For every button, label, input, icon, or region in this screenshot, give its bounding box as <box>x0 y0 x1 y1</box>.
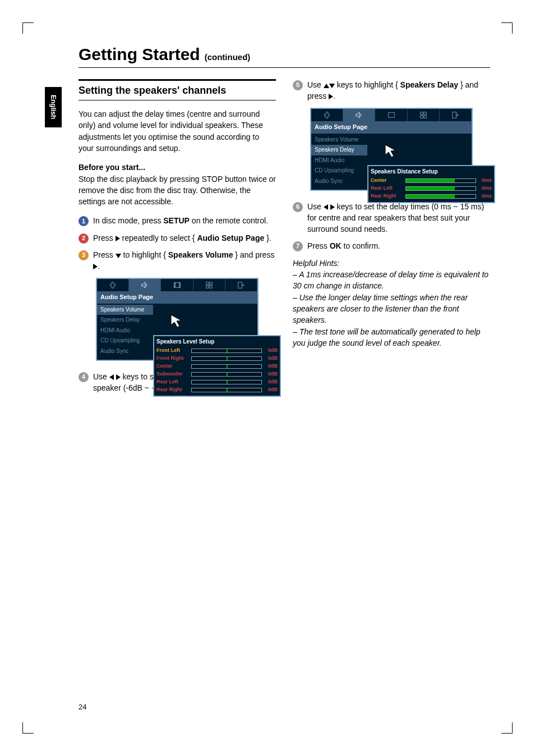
osd-menu-item: Audio Sync <box>97 346 153 357</box>
osd-menu-item: Audio Sync <box>311 176 367 187</box>
osd-tab-preference-icon <box>408 109 440 121</box>
section-heading-text: Setting the speakers' channels <box>79 83 276 98</box>
before-body: Stop the disc playback by pressing STOP … <box>79 175 276 207</box>
step-number-icon: 7 <box>293 241 303 251</box>
right-arrow-icon <box>93 264 98 269</box>
down-arrow-icon <box>116 254 121 258</box>
osd-popup-title: Speakers Distance Setup <box>371 168 492 176</box>
helpful-hints: Helpful Hints: – A 1ms increase/decrease… <box>293 258 490 349</box>
osd-tab-preference-icon <box>193 279 225 291</box>
osd-title: Audio Setup Page <box>311 121 472 134</box>
step-3: 3 Press to highlight { Speakers Volume }… <box>79 249 276 272</box>
osd-screenshot-volume: Audio Setup Page Speakers Volume Speaker… <box>96 278 259 361</box>
page-title-suffix: (continued) <box>205 52 251 62</box>
osd-menu-item: Speakers Delay <box>97 315 153 326</box>
cursor-arrow-icon <box>384 144 401 161</box>
svg-rect-2 <box>179 282 180 287</box>
hint-3: – The test tone will be automatically ge… <box>293 327 481 347</box>
before-you-start: Before you start... Stop the disc playba… <box>79 162 276 207</box>
osd-tab-audio-icon <box>343 109 375 121</box>
osd-menu-item: Speakers Volume <box>97 305 153 315</box>
intro-paragraph: You can adjust the delay times (centre a… <box>79 108 276 154</box>
step-number-icon: 4 <box>79 372 89 382</box>
osd-menu-item: CD Upsampling <box>97 336 153 346</box>
osd-tab-exit-icon <box>225 279 257 291</box>
hint-2: – Use the longer delay time settings whe… <box>293 293 468 325</box>
step-2: 2 Press repeatedly to select { Audio Set… <box>79 232 276 244</box>
section-heading: Setting the speakers' channels <box>79 79 276 100</box>
step-1: 1 In disc mode, press SETUP on the remot… <box>79 215 276 226</box>
osd-screenshot-delay: Audio Setup Page Speakers Volume Speaker… <box>310 108 473 191</box>
osd-tab-general-icon <box>311 109 343 121</box>
osd-menu-item: HDMI Audio <box>97 326 153 336</box>
left-arrow-icon <box>109 374 114 380</box>
hints-head: Helpful Hints: <box>293 259 339 268</box>
right-column: 5 Use keys to highlight { Speakers Delay… <box>293 79 490 399</box>
step-6: 6 Use keys to set the delay times (0 ms … <box>293 201 490 235</box>
svg-rect-3 <box>206 282 208 284</box>
language-tab: English <box>45 87 62 127</box>
osd-tab-video-icon <box>375 109 407 121</box>
osd-tab-video-icon <box>161 279 193 291</box>
step-number-icon: 6 <box>293 202 303 212</box>
step-number-icon: 5 <box>293 80 303 90</box>
svg-rect-9 <box>420 112 422 114</box>
osd-menu-item: HDMI Audio <box>311 155 367 166</box>
right-arrow-icon <box>116 236 120 241</box>
step-number-icon: 3 <box>79 250 89 260</box>
svg-rect-5 <box>206 286 208 288</box>
step-number-icon: 2 <box>79 233 89 244</box>
osd-menu-item: CD Upsampling <box>311 166 367 176</box>
osd-tab-audio-icon <box>129 279 161 291</box>
osd-popup-title: Speakers Level Setup <box>156 338 278 346</box>
step-number-icon: 1 <box>79 216 89 226</box>
svg-rect-12 <box>424 115 426 117</box>
svg-rect-10 <box>424 112 426 114</box>
svg-rect-11 <box>420 115 422 117</box>
step-7: 7 Press OK to confirm. <box>293 240 490 251</box>
left-column: Setting the speakers' channels You can a… <box>79 79 276 399</box>
before-head: Before you start... <box>79 163 145 172</box>
left-arrow-icon <box>324 204 328 210</box>
down-arrow-icon <box>329 84 335 88</box>
page-title-row: Getting Started (continued) <box>79 45 490 68</box>
right-arrow-icon <box>116 374 121 380</box>
step-5: 5 Use keys to highlight { Speakers Delay… <box>293 79 490 102</box>
svg-rect-6 <box>210 286 212 288</box>
cursor-arrow-icon <box>170 314 187 331</box>
osd-menu-item: Speakers Delay <box>311 145 367 155</box>
osd-menu-item: Speakers Volume <box>311 135 367 145</box>
up-arrow-icon <box>324 84 329 88</box>
hint-1: – A 1ms increase/decrease of delay time … <box>293 270 488 290</box>
right-arrow-icon <box>329 94 333 99</box>
osd-title: Audio Setup Page <box>97 291 257 304</box>
right-arrow-icon <box>330 204 335 210</box>
page-title: Getting Started <box>79 45 200 64</box>
svg-rect-8 <box>388 112 394 117</box>
osd-tab-exit-icon <box>440 109 472 121</box>
svg-rect-1 <box>174 282 175 287</box>
osd-tab-general-icon <box>97 279 129 291</box>
svg-rect-4 <box>210 282 212 284</box>
page-number: 24 <box>79 703 86 711</box>
